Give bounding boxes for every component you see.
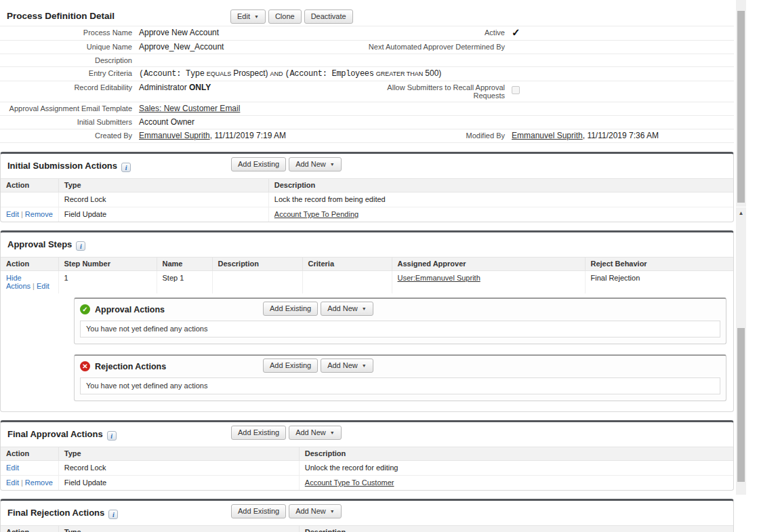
type-cell: Record Lock — [58, 461, 299, 476]
process-name-label: Process Name — [0, 28, 132, 37]
info-icon[interactable]: i — [107, 431, 117, 441]
main-content: Process Definition Detail Edit▼ Clone De… — [0, 0, 734, 532]
column-description: Description — [212, 258, 302, 271]
column-type: Type — [58, 447, 299, 461]
edit-button[interactable]: Edit▼ — [230, 9, 266, 24]
column-type: Type — [58, 526, 299, 532]
add-existing-button[interactable]: Add Existing — [263, 359, 318, 373]
add-existing-button[interactable]: Add Existing — [263, 302, 318, 316]
rejection-actions-header: ✕Rejection Actions Add Existing Add New▼ — [75, 356, 726, 375]
row-process-name: Process Name Approve New Account Active … — [0, 26, 734, 40]
approval-actions-subpanel: ✓Approval Actions Add Existing Add New▼ … — [74, 298, 726, 344]
remove-link[interactable]: Remove — [25, 478, 53, 487]
type-cell: Field Update — [58, 207, 268, 222]
add-new-button[interactable]: Add New▼ — [289, 504, 342, 518]
column-step-number: Step Number — [58, 258, 157, 271]
add-new-button[interactable]: Add New▼ — [289, 157, 342, 171]
deactivate-button[interactable]: Deactivate — [304, 9, 353, 24]
edit-link[interactable]: Edit — [6, 464, 19, 472]
initial-submission-actions-title: Initial Submission Actions — [7, 161, 117, 171]
assigned-approver-link[interactable]: User:Emmanuvel Suprith — [398, 274, 480, 282]
edit-link[interactable]: Edit — [6, 210, 19, 218]
remove-link[interactable]: Remove — [25, 210, 53, 218]
action-cell: Edit — [1, 461, 58, 476]
created-by-link[interactable]: Emmanuvel Suprith — [139, 131, 210, 140]
active-label: Active — [363, 28, 505, 37]
add-existing-button[interactable]: Add Existing — [231, 426, 286, 440]
info-icon[interactable]: i — [76, 241, 85, 251]
scroll-up-button[interactable]: ▲ — [736, 207, 746, 219]
page-title: Process Definition Detail — [7, 5, 115, 21]
hide-actions-link[interactable]: Hide Actions — [6, 274, 30, 290]
table-header-row: Action Step Number Name Description Crit… — [1, 258, 733, 271]
created-by-label: Created By — [0, 131, 132, 140]
approval-steps-panel: Approval Stepsi Action Step Number Name … — [0, 230, 734, 412]
process-detail-grid: Process Name Approve New Account Active … — [0, 26, 734, 143]
description-cell: Account Type To Pending — [268, 207, 733, 222]
column-criteria: Criteria — [302, 258, 392, 271]
description-cell: Lock the record from being edited — [268, 192, 733, 207]
approval-actions-title: Approval Actions — [95, 305, 165, 314]
add-new-button[interactable]: Add New▼ — [321, 359, 373, 373]
scrollbar-thumb-top[interactable] — [737, 11, 745, 203]
final-approval-buttons: Add Existing Add New▼ — [231, 426, 342, 440]
initial-actions-table: Action Type Description Record Lock Lock… — [1, 178, 733, 222]
entry-criteria-label: Entry Criteria — [0, 68, 132, 77]
add-existing-button[interactable]: Add Existing — [231, 157, 286, 171]
approval-steps-title: Approval Steps — [7, 239, 72, 249]
name-cell: Step 1 — [157, 271, 212, 294]
assigned-approver-cell: User:Emmanuvel Suprith — [392, 271, 585, 294]
scrollbar-thumb-bottom[interactable] — [737, 328, 745, 482]
action-cell: Edit|Remove — [1, 207, 58, 222]
table-row: Edit|Remove Field Update Account Type To… — [1, 207, 733, 222]
add-existing-button[interactable]: Add Existing — [231, 504, 286, 518]
row-initial-submitters: Initial Submitters Account Owner — [0, 115, 734, 129]
process-name-value: Approve New Account — [132, 28, 363, 37]
final-rejection-actions-panel: Final Rejection Actionsi Add Existing Ad… — [0, 499, 734, 532]
detail-header-row: Process Definition Detail Edit▼ Clone De… — [0, 5, 734, 26]
approval-actions-header: ✓Approval Actions Add Existing Add New▼ — [75, 299, 726, 319]
reject-behavior-cell: Final Rejection — [585, 271, 733, 294]
modified-by-label: Modified By — [363, 131, 505, 140]
info-icon[interactable]: i — [108, 510, 118, 519]
modified-by-link[interactable]: Emmanuvel Suprith — [512, 131, 583, 140]
description-cell: Account Type To Customer — [299, 476, 733, 491]
column-action: Action — [1, 179, 58, 192]
approval-actions-empty-message: You have not yet defined any actions — [80, 321, 720, 337]
step-number-cell: 1 — [58, 271, 157, 294]
active-checked-icon: ✓ — [512, 26, 520, 38]
rejection-actions-empty-message: You have not yet defined any actions — [80, 377, 720, 394]
description-cell: Unlock the record for editing — [299, 461, 733, 476]
allow-recall-checkbox[interactable] — [512, 86, 520, 94]
row-entry-criteria: Entry Criteria (Account: TypeEQUALSProsp… — [0, 66, 734, 81]
table-header-row: Action Type Description — [1, 526, 733, 532]
column-reject-behavior: Reject Behavior — [585, 258, 733, 271]
table-header-row: Action Type Description — [1, 179, 733, 192]
edit-link[interactable]: Edit — [6, 478, 19, 487]
initial-submitters-value: Account Owner — [132, 117, 734, 127]
column-assigned-approver: Assigned Approver — [392, 258, 585, 271]
chevron-down-icon: ▼ — [330, 509, 335, 514]
approval-check-icon: ✓ — [80, 304, 90, 314]
field-update-link[interactable]: Account Type To Pending — [274, 210, 358, 218]
description-cell — [212, 271, 302, 294]
created-by-date: , 11/11/2019 7:19 AM — [210, 131, 286, 140]
info-icon[interactable]: i — [121, 163, 131, 172]
add-new-button[interactable]: Add New▼ — [289, 426, 342, 440]
action-cell: Edit|Remove — [1, 476, 58, 491]
chevron-down-icon: ▼ — [330, 162, 335, 167]
edit-link[interactable]: Edit — [37, 282, 49, 290]
rejection-actions-buttons: Add Existing Add New▼ — [263, 359, 373, 373]
row-description: Description — [0, 54, 734, 66]
scroll-up-icon: ▲ — [739, 210, 744, 216]
initial-submission-actions-header: Initial Submission Actionsi Add Existing… — [1, 154, 733, 178]
approval-steps-table: Action Step Number Name Description Crit… — [1, 257, 733, 293]
add-new-button[interactable]: Add New▼ — [321, 302, 373, 316]
unique-name-value: Approve_New_Account — [132, 42, 363, 52]
approval-steps-header: Approval Stepsi — [1, 232, 733, 257]
field-update-link[interactable]: Account Type To Customer — [305, 478, 394, 487]
final-approval-actions-title: Final Approval Actions — [7, 429, 103, 439]
email-template-link[interactable]: Sales: New Customer Email — [139, 104, 240, 113]
next-approver-label: Next Automated Approver Determined By — [363, 42, 505, 51]
clone-button[interactable]: Clone — [268, 9, 302, 24]
